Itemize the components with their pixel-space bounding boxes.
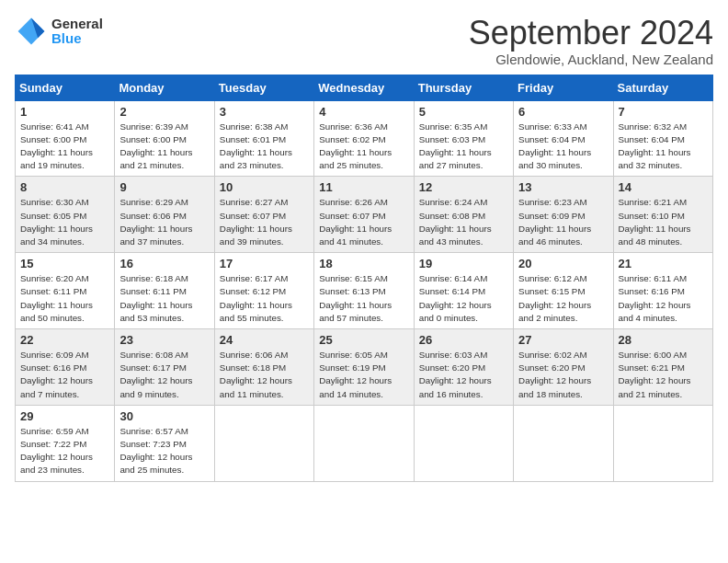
calendar-cell: 28Sunrise: 6:00 AMSunset: 6:21 PMDayligh… [613, 329, 712, 406]
day-number: 11 [319, 180, 408, 194]
calendar-cell [314, 405, 414, 481]
calendar-cell: 16Sunrise: 6:18 AMSunset: 6:11 PMDayligh… [115, 253, 214, 329]
calendar-week-row: 15Sunrise: 6:20 AMSunset: 6:11 PMDayligh… [16, 253, 713, 329]
calendar-cell: 14Sunrise: 6:21 AMSunset: 6:10 PMDayligh… [613, 177, 712, 253]
logo-icon [15, 15, 48, 48]
day-number: 8 [20, 180, 109, 194]
day-info: Sunrise: 6:35 AMSunset: 6:03 PMDaylight:… [419, 121, 508, 173]
day-number: 15 [20, 257, 109, 270]
col-header-sunday: Sunday [16, 75, 115, 100]
day-info: Sunrise: 6:02 AMSunset: 6:20 PMDaylight:… [518, 349, 608, 401]
col-header-monday: Monday [115, 75, 214, 100]
calendar-cell: 15Sunrise: 6:20 AMSunset: 6:11 PMDayligh… [16, 253, 115, 329]
calendar-cell: 13Sunrise: 6:23 AMSunset: 6:09 PMDayligh… [514, 177, 613, 253]
month-title: September 2024 [469, 15, 713, 52]
day-number: 25 [319, 333, 408, 347]
calendar-cell: 7Sunrise: 6:32 AMSunset: 6:04 PMDaylight… [613, 100, 712, 177]
calendar-cell: 26Sunrise: 6:03 AMSunset: 6:20 PMDayligh… [414, 329, 513, 406]
calendar-cell: 24Sunrise: 6:06 AMSunset: 6:18 PMDayligh… [214, 329, 313, 406]
day-number: 7 [619, 105, 708, 119]
day-number: 6 [518, 105, 608, 119]
col-header-wednesday: Wednesday [314, 75, 414, 100]
calendar-cell: 5Sunrise: 6:35 AMSunset: 6:03 PMDaylight… [414, 100, 513, 177]
day-info: Sunrise: 6:29 AMSunset: 6:06 PMDaylight:… [119, 196, 209, 248]
day-number: 10 [220, 180, 309, 194]
day-info: Sunrise: 6:00 AMSunset: 6:21 PMDaylight:… [619, 349, 708, 401]
day-info: Sunrise: 6:15 AMSunset: 6:13 PMDaylight:… [319, 272, 408, 325]
calendar-cell [414, 405, 513, 481]
day-info: Sunrise: 6:36 AMSunset: 6:02 PMDaylight:… [319, 121, 408, 173]
calendar-cell: 6Sunrise: 6:33 AMSunset: 6:04 PMDaylight… [514, 100, 613, 177]
day-number: 19 [419, 257, 508, 270]
calendar-week-row: 8Sunrise: 6:30 AMSunset: 6:05 PMDaylight… [16, 177, 713, 253]
day-info: Sunrise: 6:09 AMSunset: 6:16 PMDaylight:… [20, 349, 109, 401]
day-number: 21 [619, 257, 708, 270]
day-number: 20 [518, 257, 608, 270]
calendar: SundayMondayTuesdayWednesdayThursdayFrid… [15, 75, 713, 482]
location: Glendowie, Auckland, New Zealand [469, 52, 713, 67]
day-number: 16 [119, 257, 209, 270]
day-number: 30 [119, 409, 209, 423]
day-number: 4 [319, 105, 408, 119]
col-header-saturday: Saturday [613, 75, 712, 100]
logo-blue: Blue [51, 31, 103, 47]
day-info: Sunrise: 6:41 AMSunset: 6:00 PMDaylight:… [20, 121, 109, 173]
calendar-cell: 1Sunrise: 6:41 AMSunset: 6:00 PMDaylight… [16, 100, 115, 177]
day-number: 17 [220, 257, 309, 270]
calendar-cell: 10Sunrise: 6:27 AMSunset: 6:07 PMDayligh… [214, 177, 313, 253]
calendar-cell: 8Sunrise: 6:30 AMSunset: 6:05 PMDaylight… [16, 177, 115, 253]
day-number: 5 [419, 105, 508, 119]
logo-text: General Blue [51, 17, 103, 47]
page-header: General Blue September 2024 Glendowie, A… [15, 15, 713, 67]
day-info: Sunrise: 6:32 AMSunset: 6:04 PMDaylight:… [619, 121, 708, 173]
day-number: 1 [20, 105, 109, 119]
day-info: Sunrise: 6:38 AMSunset: 6:01 PMDaylight:… [220, 121, 309, 173]
day-info: Sunrise: 6:24 AMSunset: 6:08 PMDaylight:… [419, 196, 508, 248]
day-info: Sunrise: 6:12 AMSunset: 6:15 PMDaylight:… [518, 272, 608, 325]
day-info: Sunrise: 6:20 AMSunset: 6:11 PMDaylight:… [20, 272, 109, 325]
day-info: Sunrise: 6:21 AMSunset: 6:10 PMDaylight:… [619, 196, 708, 248]
logo-general: General [51, 17, 103, 32]
calendar-cell [214, 405, 313, 481]
day-number: 24 [220, 333, 309, 347]
calendar-cell: 18Sunrise: 6:15 AMSunset: 6:13 PMDayligh… [314, 253, 414, 329]
day-number: 13 [518, 180, 608, 194]
logo: General Blue [15, 15, 103, 48]
day-info: Sunrise: 6:18 AMSunset: 6:11 PMDaylight:… [119, 272, 209, 325]
day-number: 18 [319, 257, 408, 270]
calendar-cell [613, 405, 712, 481]
day-info: Sunrise: 6:17 AMSunset: 6:12 PMDaylight:… [220, 272, 309, 325]
calendar-cell [514, 405, 613, 481]
day-number: 3 [220, 105, 309, 119]
day-info: Sunrise: 6:57 AMSunset: 7:23 PMDaylight:… [119, 425, 209, 477]
day-info: Sunrise: 6:14 AMSunset: 6:14 PMDaylight:… [419, 272, 508, 325]
col-header-thursday: Thursday [414, 75, 513, 100]
day-info: Sunrise: 6:11 AMSunset: 6:16 PMDaylight:… [619, 272, 708, 325]
calendar-cell: 2Sunrise: 6:39 AMSunset: 6:00 PMDaylight… [115, 100, 214, 177]
calendar-cell: 23Sunrise: 6:08 AMSunset: 6:17 PMDayligh… [115, 329, 214, 406]
calendar-week-row: 22Sunrise: 6:09 AMSunset: 6:16 PMDayligh… [16, 329, 713, 406]
day-number: 14 [619, 180, 708, 194]
day-number: 23 [119, 333, 209, 347]
calendar-cell: 12Sunrise: 6:24 AMSunset: 6:08 PMDayligh… [414, 177, 513, 253]
day-number: 29 [20, 409, 109, 423]
calendar-cell: 25Sunrise: 6:05 AMSunset: 6:19 PMDayligh… [314, 329, 414, 406]
day-info: Sunrise: 6:59 AMSunset: 7:22 PMDaylight:… [20, 425, 109, 477]
calendar-week-row: 29Sunrise: 6:59 AMSunset: 7:22 PMDayligh… [16, 405, 713, 481]
day-info: Sunrise: 6:39 AMSunset: 6:00 PMDaylight:… [119, 121, 209, 173]
calendar-cell: 27Sunrise: 6:02 AMSunset: 6:20 PMDayligh… [514, 329, 613, 406]
col-header-tuesday: Tuesday [214, 75, 313, 100]
day-info: Sunrise: 6:05 AMSunset: 6:19 PMDaylight:… [319, 349, 408, 401]
day-number: 22 [20, 333, 109, 347]
calendar-cell: 11Sunrise: 6:26 AMSunset: 6:07 PMDayligh… [314, 177, 414, 253]
calendar-cell: 20Sunrise: 6:12 AMSunset: 6:15 PMDayligh… [514, 253, 613, 329]
day-info: Sunrise: 6:33 AMSunset: 6:04 PMDaylight:… [518, 121, 608, 173]
calendar-cell: 17Sunrise: 6:17 AMSunset: 6:12 PMDayligh… [214, 253, 313, 329]
day-number: 2 [119, 105, 209, 119]
calendar-week-row: 1Sunrise: 6:41 AMSunset: 6:00 PMDaylight… [16, 100, 713, 177]
calendar-cell: 3Sunrise: 6:38 AMSunset: 6:01 PMDaylight… [214, 100, 313, 177]
calendar-header-row: SundayMondayTuesdayWednesdayThursdayFrid… [16, 75, 713, 100]
day-info: Sunrise: 6:30 AMSunset: 6:05 PMDaylight:… [20, 196, 109, 248]
calendar-cell: 30Sunrise: 6:57 AMSunset: 7:23 PMDayligh… [115, 405, 214, 481]
calendar-cell: 21Sunrise: 6:11 AMSunset: 6:16 PMDayligh… [613, 253, 712, 329]
